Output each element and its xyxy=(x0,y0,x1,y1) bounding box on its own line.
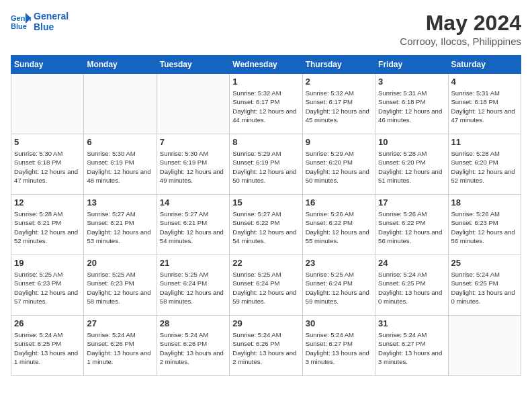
day-info: Sunrise: 5:28 AM Sunset: 6:20 PM Dayligh… xyxy=(451,149,518,185)
calendar-cell: 13Sunrise: 5:27 AM Sunset: 6:21 PM Dayli… xyxy=(84,195,157,255)
day-info: Sunrise: 5:32 AM Sunset: 6:17 PM Dayligh… xyxy=(232,89,299,124)
day-number: 22 xyxy=(232,258,299,268)
calendar-cell: 15Sunrise: 5:27 AM Sunset: 6:22 PM Dayli… xyxy=(230,195,302,255)
day-info: Sunrise: 5:25 AM Sunset: 6:23 PM Dayligh… xyxy=(14,270,81,306)
day-info: Sunrise: 5:24 AM Sunset: 6:26 PM Dayligh… xyxy=(160,330,226,366)
day-info: Sunrise: 5:26 AM Sunset: 6:22 PM Dayligh… xyxy=(378,210,445,245)
day-number: 17 xyxy=(378,197,445,208)
day-number: 24 xyxy=(378,258,445,268)
calendar-cell: 18Sunrise: 5:26 AM Sunset: 6:23 PM Dayli… xyxy=(448,195,521,255)
day-number: 9 xyxy=(306,137,372,147)
calendar-cell: 2Sunrise: 5:32 AM Sunset: 6:17 PM Daylig… xyxy=(302,74,375,134)
calendar-cell: 9Sunrise: 5:29 AM Sunset: 6:20 PM Daylig… xyxy=(302,134,375,195)
day-number: 21 xyxy=(160,258,226,268)
day-number: 8 xyxy=(232,137,299,147)
day-info: Sunrise: 5:24 AM Sunset: 6:26 PM Dayligh… xyxy=(87,330,153,366)
day-info: Sunrise: 5:25 AM Sunset: 6:24 PM Dayligh… xyxy=(232,270,299,306)
calendar-cell: 12Sunrise: 5:28 AM Sunset: 6:21 PM Dayli… xyxy=(11,195,84,255)
calendar-cell: 26Sunrise: 5:24 AM Sunset: 6:25 PM Dayli… xyxy=(11,316,84,376)
calendar-cell: 8Sunrise: 5:29 AM Sunset: 6:19 PM Daylig… xyxy=(230,134,302,195)
day-info: Sunrise: 5:24 AM Sunset: 6:27 PM Dayligh… xyxy=(378,330,445,366)
day-info: Sunrise: 5:30 AM Sunset: 6:19 PM Dayligh… xyxy=(160,149,226,185)
weekday-header-wednesday: Wednesday xyxy=(230,56,302,74)
calendar-cell: 10Sunrise: 5:28 AM Sunset: 6:20 PM Dayli… xyxy=(375,134,448,195)
day-info: Sunrise: 5:28 AM Sunset: 6:20 PM Dayligh… xyxy=(378,149,445,185)
calendar-cell: 7Sunrise: 5:30 AM Sunset: 6:19 PM Daylig… xyxy=(157,134,229,195)
weekday-header-thursday: Thursday xyxy=(302,56,375,74)
calendar-cell: 1Sunrise: 5:32 AM Sunset: 6:17 PM Daylig… xyxy=(230,74,302,134)
calendar-cell: 24Sunrise: 5:24 AM Sunset: 6:25 PM Dayli… xyxy=(375,255,448,316)
weekday-header-sunday: Sunday xyxy=(11,56,84,74)
calendar-cell: 29Sunrise: 5:24 AM Sunset: 6:26 PM Dayli… xyxy=(230,316,302,376)
calendar-cell xyxy=(157,74,229,134)
day-number: 1 xyxy=(232,77,299,87)
day-info: Sunrise: 5:24 AM Sunset: 6:25 PM Dayligh… xyxy=(378,270,445,306)
calendar-week-row: 5Sunrise: 5:30 AM Sunset: 6:18 PM Daylig… xyxy=(11,134,521,195)
day-number: 15 xyxy=(232,197,299,208)
title-block: May 2024 Corrooy, Ilocos, Philippines xyxy=(400,11,521,47)
day-number: 10 xyxy=(378,137,445,147)
calendar-table: SundayMondayTuesdayWednesdayThursdayFrid… xyxy=(11,55,521,376)
day-number: 11 xyxy=(451,137,518,147)
day-number: 14 xyxy=(160,197,226,208)
location: Corrooy, Ilocos, Philippines xyxy=(400,36,521,47)
day-number: 30 xyxy=(306,318,372,328)
calendar-cell: 5Sunrise: 5:30 AM Sunset: 6:18 PM Daylig… xyxy=(11,134,84,195)
calendar-cell: 22Sunrise: 5:25 AM Sunset: 6:24 PM Dayli… xyxy=(230,255,302,316)
calendar-cell: 14Sunrise: 5:27 AM Sunset: 6:21 PM Dayli… xyxy=(157,195,229,255)
day-number: 5 xyxy=(14,137,81,147)
day-info: Sunrise: 5:28 AM Sunset: 6:21 PM Dayligh… xyxy=(14,210,81,245)
calendar-week-row: 1Sunrise: 5:32 AM Sunset: 6:17 PM Daylig… xyxy=(11,74,521,134)
day-number: 16 xyxy=(306,197,372,208)
weekday-header-row: SundayMondayTuesdayWednesdayThursdayFrid… xyxy=(11,56,521,74)
day-info: Sunrise: 5:24 AM Sunset: 6:26 PM Dayligh… xyxy=(232,330,299,366)
day-info: Sunrise: 5:24 AM Sunset: 6:27 PM Dayligh… xyxy=(306,330,372,366)
day-info: Sunrise: 5:29 AM Sunset: 6:19 PM Dayligh… xyxy=(232,149,299,185)
day-number: 12 xyxy=(14,197,81,208)
day-info: Sunrise: 5:31 AM Sunset: 6:18 PM Dayligh… xyxy=(378,89,445,124)
day-info: Sunrise: 5:24 AM Sunset: 6:25 PM Dayligh… xyxy=(14,330,81,366)
day-number: 28 xyxy=(160,318,226,328)
day-number: 29 xyxy=(232,318,299,328)
day-number: 20 xyxy=(87,258,153,268)
day-info: Sunrise: 5:26 AM Sunset: 6:22 PM Dayligh… xyxy=(306,210,372,245)
calendar-cell xyxy=(448,316,521,376)
calendar-week-row: 26Sunrise: 5:24 AM Sunset: 6:25 PM Dayli… xyxy=(11,316,521,376)
day-info: Sunrise: 5:30 AM Sunset: 6:18 PM Dayligh… xyxy=(14,149,81,185)
weekday-header-friday: Friday xyxy=(375,56,448,74)
calendar-cell: 3Sunrise: 5:31 AM Sunset: 6:18 PM Daylig… xyxy=(375,74,448,134)
calendar-cell: 17Sunrise: 5:26 AM Sunset: 6:22 PM Dayli… xyxy=(375,195,448,255)
calendar-cell: 4Sunrise: 5:31 AM Sunset: 6:18 PM Daylig… xyxy=(448,74,521,134)
calendar-cell xyxy=(11,74,84,134)
page-header: General Blue General Blue May 2024 Corro… xyxy=(11,11,521,47)
calendar-cell: 27Sunrise: 5:24 AM Sunset: 6:26 PM Dayli… xyxy=(84,316,157,376)
day-number: 7 xyxy=(160,137,226,147)
logo-icon: General Blue xyxy=(11,11,31,32)
day-number: 19 xyxy=(14,258,81,268)
day-info: Sunrise: 5:25 AM Sunset: 6:24 PM Dayligh… xyxy=(160,270,226,306)
day-info: Sunrise: 5:27 AM Sunset: 6:21 PM Dayligh… xyxy=(160,210,226,245)
day-info: Sunrise: 5:29 AM Sunset: 6:20 PM Dayligh… xyxy=(306,149,372,185)
day-number: 25 xyxy=(451,258,518,268)
calendar-cell: 19Sunrise: 5:25 AM Sunset: 6:23 PM Dayli… xyxy=(11,255,84,316)
day-number: 3 xyxy=(378,77,445,87)
month-title: May 2024 xyxy=(400,11,521,36)
day-info: Sunrise: 5:25 AM Sunset: 6:23 PM Dayligh… xyxy=(87,270,153,306)
day-number: 27 xyxy=(87,318,153,328)
calendar-week-row: 12Sunrise: 5:28 AM Sunset: 6:21 PM Dayli… xyxy=(11,195,521,255)
calendar-cell: 11Sunrise: 5:28 AM Sunset: 6:20 PM Dayli… xyxy=(448,134,521,195)
day-info: Sunrise: 5:26 AM Sunset: 6:23 PM Dayligh… xyxy=(451,210,518,245)
calendar-cell xyxy=(84,74,157,134)
logo: General Blue General Blue xyxy=(11,11,69,32)
day-info: Sunrise: 5:31 AM Sunset: 6:18 PM Dayligh… xyxy=(451,89,518,124)
weekday-header-monday: Monday xyxy=(84,56,157,74)
calendar-cell: 16Sunrise: 5:26 AM Sunset: 6:22 PM Dayli… xyxy=(302,195,375,255)
logo-text: General Blue xyxy=(34,11,69,32)
calendar-cell: 6Sunrise: 5:30 AM Sunset: 6:19 PM Daylig… xyxy=(84,134,157,195)
day-info: Sunrise: 5:30 AM Sunset: 6:19 PM Dayligh… xyxy=(87,149,153,185)
day-number: 6 xyxy=(87,137,153,147)
calendar-cell: 30Sunrise: 5:24 AM Sunset: 6:27 PM Dayli… xyxy=(302,316,375,376)
weekday-header-tuesday: Tuesday xyxy=(157,56,229,74)
weekday-header-saturday: Saturday xyxy=(448,56,521,74)
calendar-week-row: 19Sunrise: 5:25 AM Sunset: 6:23 PM Dayli… xyxy=(11,255,521,316)
